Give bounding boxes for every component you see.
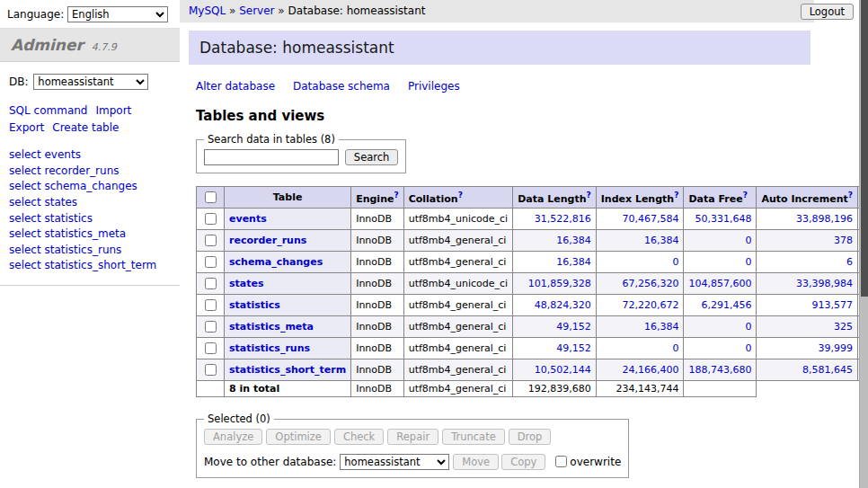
column-header-auto-increment: Auto Increment?	[757, 187, 858, 209]
index-length-cell-link[interactable]: 0	[672, 256, 678, 268]
sidebar-link-sql-command[interactable]: SQL command	[9, 104, 87, 117]
index-length-cell-link[interactable]: 70,467,584	[622, 213, 678, 225]
data-length-cell-link[interactable]: 16,384	[556, 256, 591, 268]
total-label-cell: 8 in total	[225, 381, 351, 397]
index-length-cell-link[interactable]: 16,384	[644, 321, 679, 333]
breadcrumb-link-mysql[interactable]: MySQL	[189, 4, 226, 17]
column-header-label: Data Length	[518, 192, 586, 204]
auto-increment-cell-link[interactable]: 39,999	[818, 342, 853, 354]
move-button[interactable]: Move	[453, 454, 499, 470]
data-free-cell-link[interactable]: 6,291,456	[701, 299, 751, 311]
db-action-alter-database[interactable]: Alter database	[196, 80, 275, 93]
drop-button[interactable]: Drop	[509, 429, 552, 445]
auto-increment-cell-link[interactable]: 325	[834, 321, 853, 333]
help-icon[interactable]: ?	[586, 191, 590, 200]
row-checkbox-recorder-runs[interactable]	[205, 235, 217, 246]
selected-legend: Selected (0)	[204, 413, 274, 425]
row-select-cell	[197, 359, 225, 381]
check-button[interactable]: Check	[334, 429, 384, 445]
data-length-cell-link[interactable]: 101,859,328	[528, 278, 591, 289]
help-icon[interactable]: ?	[458, 191, 463, 200]
table-name-cell-link[interactable]: statistics_meta	[229, 321, 314, 333]
overwrite-option[interactable]: overwrite	[552, 456, 621, 468]
auto-increment-cell-link[interactable]: 33,398,984	[796, 278, 853, 289]
data-free-cell-link[interactable]: 104,857,600	[688, 278, 751, 289]
total-data-free-cell	[684, 381, 757, 397]
data-free-cell-link[interactable]: 0	[745, 342, 751, 354]
engine-cell: InnoDB	[351, 338, 404, 359]
sidebar-link-import[interactable]: Import	[95, 104, 131, 117]
data-free-cell-link[interactable]: 188,743,680	[688, 364, 751, 376]
data-length-cell-link[interactable]: 48,824,320	[535, 299, 591, 311]
index-length-cell-link[interactable]: 72,220,672	[622, 299, 678, 311]
data-length-cell-link[interactable]: 49,152	[556, 321, 591, 333]
breadcrumb-link-server[interactable]: Server	[239, 4, 274, 17]
sidebar-table-link-select-events[interactable]: select events	[9, 148, 81, 161]
index-length-cell-link[interactable]: 24,166,400	[622, 364, 678, 376]
copy-button[interactable]: Copy	[501, 454, 545, 470]
table-name-cell-link[interactable]: states	[229, 278, 264, 289]
table-name-cell-link[interactable]: schema_changes	[229, 256, 323, 268]
sidebar-table-link-select-schema-changes[interactable]: select schema_changes	[9, 180, 137, 192]
logout-button[interactable]: Logout	[801, 4, 854, 20]
optimize-button[interactable]: Optimize	[266, 429, 331, 445]
data-length-cell-link[interactable]: 10,502,144	[535, 364, 591, 376]
data-length-cell-link[interactable]: 16,384	[556, 235, 591, 246]
db-action-database-schema[interactable]: Database schema	[293, 80, 390, 93]
search-button[interactable]: Search	[345, 149, 399, 165]
sidebar-table-link-select-statistics-meta[interactable]: select statistics_meta	[9, 227, 126, 240]
select-all-checkbox[interactable]	[205, 191, 217, 203]
data-free-cell-link[interactable]: 50,331,648	[695, 213, 751, 225]
sidebar-link-create-table[interactable]: Create table	[52, 121, 119, 134]
overwrite-checkbox[interactable]	[555, 456, 567, 467]
sidebar-table-link-select-statistics-short-term[interactable]: select statistics_short_term	[9, 259, 156, 271]
auto-increment-cell-link[interactable]: 6	[846, 256, 853, 268]
help-icon[interactable]: ?	[848, 191, 853, 200]
table-name-cell-link[interactable]: recorder_runs	[229, 235, 306, 246]
sidebar-table-link-select-recorder-runs[interactable]: select recorder_runs	[9, 164, 120, 177]
sidebar-table-link-select-states[interactable]: select states	[9, 196, 77, 209]
data-free-cell-link[interactable]: 0	[745, 256, 751, 268]
row-checkbox-events[interactable]	[205, 213, 217, 225]
repair-button[interactable]: Repair	[387, 429, 438, 445]
sidebar-link-export[interactable]: Export	[9, 121, 44, 134]
data-free-cell-link[interactable]: 0	[745, 321, 751, 333]
auto-increment-cell-link[interactable]: 33,898,196	[796, 213, 853, 225]
index-length-cell-link[interactable]: 16,384	[644, 235, 679, 246]
row-checkbox-statistics-short-term[interactable]	[205, 364, 217, 376]
search-input[interactable]	[204, 149, 339, 165]
index-length-cell-link[interactable]: 67,256,320	[622, 278, 678, 289]
table-name-cell-link[interactable]: statistics_runs	[229, 342, 310, 354]
db-select[interactable]: homeassistant	[33, 74, 148, 90]
data-length-cell-link[interactable]: 31,522,816	[535, 213, 591, 225]
table-name-cell-link[interactable]: statistics	[229, 299, 280, 311]
table-name-cell-link[interactable]: statistics_short_term	[229, 364, 346, 376]
db-action-privileges[interactable]: Privileges	[408, 80, 460, 93]
help-icon[interactable]: ?	[394, 191, 398, 200]
scrollbar-thumb[interactable]	[861, 0, 868, 297]
data-length-cell: 101,859,328	[513, 273, 597, 295]
row-checkbox-states[interactable]	[205, 278, 217, 289]
sidebar-table-link-select-statistics[interactable]: select statistics	[9, 212, 93, 225]
index-length-cell-link[interactable]: 0	[672, 342, 678, 354]
help-icon[interactable]: ?	[743, 191, 748, 200]
truncate-button[interactable]: Truncate	[442, 429, 505, 445]
analyze-button[interactable]: Analyze	[204, 429, 262, 445]
row-checkbox-statistics-runs[interactable]	[205, 342, 217, 354]
row-checkbox-statistics[interactable]	[205, 299, 217, 311]
data-free-cell-link[interactable]: 0	[745, 235, 751, 246]
data-length-cell-link[interactable]: 49,152	[556, 342, 591, 354]
language-select[interactable]: English	[67, 6, 168, 22]
auto-increment-cell-link[interactable]: 913,577	[811, 299, 853, 311]
table-name-cell-link[interactable]: events	[229, 213, 267, 225]
help-icon[interactable]: ?	[674, 191, 678, 200]
sidebar-table-link-select-statistics-runs[interactable]: select statistics_runs	[9, 244, 121, 256]
auto-increment-cell-link[interactable]: 8,581,645	[802, 364, 853, 376]
collation-cell: utf8mb4_general_ci	[403, 230, 512, 252]
auto-increment-cell-link[interactable]: 378	[834, 235, 853, 246]
breadcrumb: MySQL » Server » Database: homeassistant	[180, 0, 814, 22]
row-checkbox-schema-changes[interactable]	[205, 256, 217, 268]
move-database-select[interactable]: homeassistant	[340, 454, 449, 470]
vertical-scrollbar[interactable]	[859, 0, 868, 488]
row-checkbox-statistics-meta[interactable]	[205, 321, 217, 333]
